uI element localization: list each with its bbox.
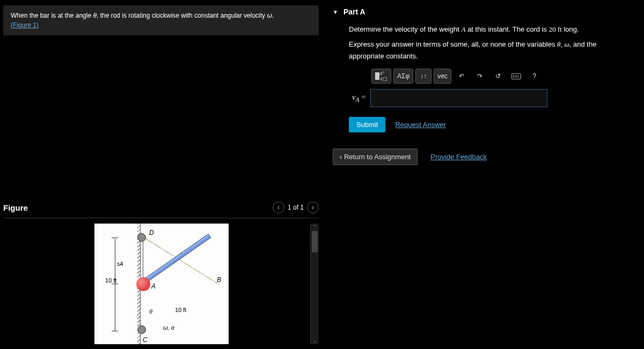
templates-button[interactable]: x°√▢ bbox=[371, 69, 391, 84]
vec-button[interactable]: vec bbox=[434, 69, 451, 84]
equation-toolbar: x°√▢ ΑΣφ ↓↑ vec ↶ ↷ ↺ ? bbox=[371, 69, 633, 84]
scroll-thumb[interactable] bbox=[312, 231, 318, 253]
keyboard-button[interactable] bbox=[508, 69, 524, 84]
problem-text-3: . bbox=[272, 12, 274, 19]
cord-length: 20 ft bbox=[549, 25, 562, 33]
label-d: D bbox=[149, 229, 154, 236]
figure-title: Figure bbox=[3, 203, 28, 212]
problem-text-2: , the rod is rotating clockwise with con… bbox=[97, 12, 267, 19]
figure-link[interactable]: (Figure 1) bbox=[11, 21, 39, 29]
scroll-down-icon: ⌄ bbox=[311, 338, 319, 344]
subscript-button[interactable]: ↓↑ bbox=[415, 69, 431, 84]
reset-button[interactable]: ↺ bbox=[490, 69, 506, 84]
figure-next-button[interactable]: › bbox=[307, 202, 319, 213]
label-sa: sA bbox=[117, 261, 123, 267]
figure-prev-button[interactable]: ‹ bbox=[273, 202, 284, 213]
label-10ft-a: 10 ft bbox=[105, 277, 116, 284]
answer-label: vA = bbox=[349, 93, 366, 103]
return-button[interactable]: ‹ Return to Assignment bbox=[333, 148, 418, 165]
scroll-up-icon: ⌃ bbox=[311, 224, 319, 229]
help-button[interactable]: ? bbox=[526, 69, 543, 84]
figure-diagram: D B A C sA 10 ft 10 ft θ ω, α bbox=[94, 224, 229, 344]
keyboard-icon bbox=[511, 73, 521, 79]
part-title: Part A bbox=[343, 8, 365, 16]
problem-statement: When the bar is at the angle θ, the rod … bbox=[3, 5, 319, 35]
label-theta: θ bbox=[149, 308, 152, 315]
submit-button[interactable]: Submit bbox=[349, 117, 385, 132]
omega-symbol: ω bbox=[267, 12, 272, 19]
question-line-2: Express your answer in terms of some, al… bbox=[349, 39, 633, 62]
request-answer-link[interactable]: Request Answer bbox=[395, 121, 446, 129]
answer-input[interactable] bbox=[370, 89, 547, 107]
label-a: A bbox=[151, 283, 156, 290]
label-10ft-b: 10 ft bbox=[175, 307, 186, 313]
label-c: C bbox=[143, 336, 148, 344]
part-collapse-icon[interactable]: ▼ bbox=[333, 9, 338, 15]
label-b: B bbox=[217, 276, 221, 284]
figure-scrollbar[interactable]: ⌃ ⌄ bbox=[310, 224, 319, 344]
figure-pager-text: 1 of 1 bbox=[288, 204, 304, 211]
undo-button[interactable]: ↶ bbox=[453, 69, 470, 84]
problem-text-1: When the bar is at the angle bbox=[11, 12, 93, 19]
provide-feedback-link[interactable]: Provide Feedback bbox=[430, 153, 487, 161]
question-line-1: Determine the velocity of the weight A a… bbox=[349, 24, 633, 35]
label-omega-alpha: ω, α bbox=[163, 324, 174, 331]
greek-button[interactable]: ΑΣφ bbox=[393, 69, 413, 84]
redo-button[interactable]: ↷ bbox=[472, 69, 488, 84]
var-a: A bbox=[462, 25, 466, 33]
